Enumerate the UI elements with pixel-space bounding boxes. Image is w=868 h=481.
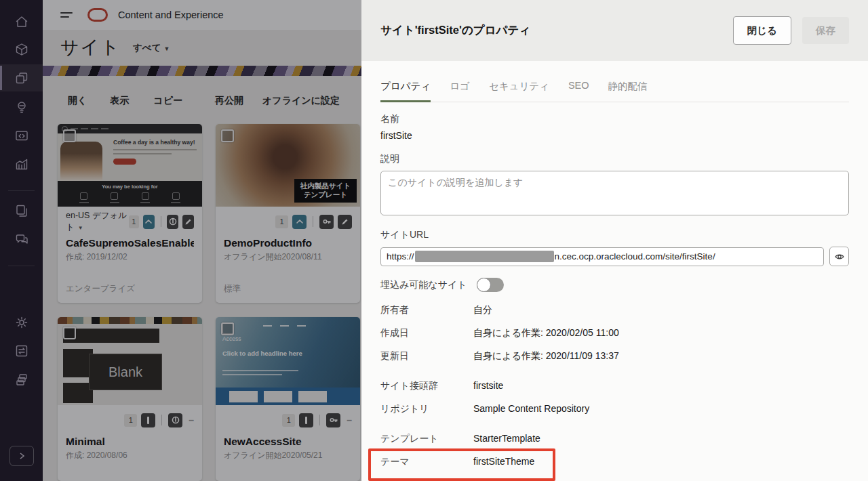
template-row: テンプレート StarterTemplate (380, 427, 849, 451)
template-label: テンプレート (380, 433, 473, 445)
name-value: firstSite (380, 130, 849, 141)
site-properties-panel: サイト'firstSite'のプロパティ 閉じる 保存 プロパティ ロゴ セキュ… (361, 0, 868, 481)
site-prefix-row: サイト接頭辞 firstsite (380, 375, 849, 398)
repository-label: リポジトリ (380, 403, 473, 415)
save-button[interactable]: 保存 (802, 17, 849, 44)
eye-icon (834, 252, 845, 262)
site-prefix-label: サイト接頭辞 (380, 380, 473, 392)
site-url-input[interactable]: https:// n.cec.ocp.oraclecloud.com/site/… (380, 247, 824, 266)
tab-properties[interactable]: プロパティ (380, 80, 431, 93)
name-label: 名前 (380, 113, 849, 125)
theme-row: テーマ firstSiteTheme (380, 451, 849, 474)
tab-static-delivery[interactable]: 静的配信 (608, 80, 648, 93)
tab-logo[interactable]: ロゴ (450, 80, 470, 93)
panel-header: サイト'firstSite'のプロパティ 閉じる 保存 (361, 0, 868, 61)
owner-value: 自分 (473, 304, 492, 316)
site-url-label: サイトURL (380, 229, 849, 241)
updated-value: 自身による作業: 2020/11/09 13:37 (473, 350, 619, 362)
owner-row: 所有者 自分 (380, 299, 849, 322)
panel-title-site-name: 'firstSite' (415, 24, 462, 36)
updated-label: 更新日 (380, 350, 473, 362)
redacted-host-block (415, 251, 554, 262)
repository-row: リポジトリ Sample Content Repository (380, 398, 849, 421)
embeddable-toggle[interactable] (477, 278, 504, 292)
template-value: StarterTemplate (473, 433, 540, 444)
panel-title: サイト'firstSite'のプロパティ (380, 23, 733, 38)
modal-scrim (0, 0, 361, 481)
close-button[interactable]: 閉じる (733, 16, 791, 45)
updated-row: 更新日 自身による作業: 2020/11/09 13:37 (380, 345, 849, 368)
tab-seo[interactable]: SEO (568, 80, 589, 93)
tab-security[interactable]: セキュリティ (489, 80, 549, 93)
app-root: Content and Experience サイト すべて▼ 開く 表示 コピ… (0, 0, 868, 481)
owner-label: 所有者 (380, 304, 473, 316)
site-prefix-value: firstsite (473, 380, 503, 391)
panel-body: プロパティ ロゴ セキュリティ SEO 静的配信 名前 firstSite 説明… (361, 80, 868, 481)
created-value: 自身による作業: 2020/02/05 11:00 (473, 327, 619, 339)
panel-tabs: プロパティ ロゴ セキュリティ SEO 静的配信 (380, 80, 849, 102)
description-label: 説明 (380, 153, 849, 165)
preview-url-button[interactable] (829, 247, 849, 266)
description-textarea[interactable] (380, 171, 849, 215)
online-start-row: オンライン開始 2020/10/01 10:57 (380, 474, 849, 481)
embeddable-label: 埋込み可能なサイト (380, 279, 467, 291)
created-label: 作成日 (380, 327, 473, 339)
theme-value: firstSiteTheme (473, 456, 534, 467)
theme-label: テーマ (380, 456, 473, 468)
repository-value: Sample Content Repository (473, 403, 589, 414)
created-row: 作成日 自身による作業: 2020/02/05 11:00 (380, 322, 849, 345)
